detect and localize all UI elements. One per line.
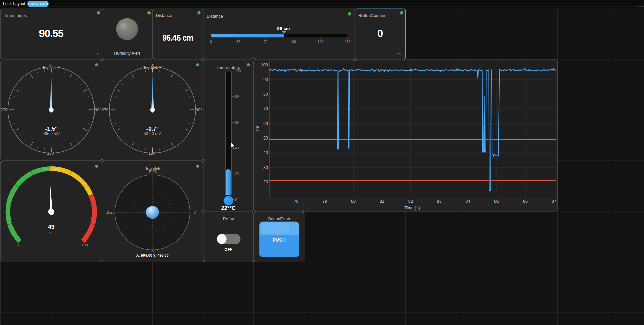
svg-text:80: 80 <box>235 94 239 98</box>
svg-text:Joystick: Joystick <box>145 167 160 171</box>
svg-text:Distance: Distance <box>207 14 223 19</box>
svg-text:72: 72 <box>264 40 268 44</box>
svg-text:100: 100 <box>81 243 88 247</box>
svg-text:100: 100 <box>261 62 268 67</box>
svg-text:Time (s): Time (s) <box>404 206 420 210</box>
svg-text:180: 180 <box>345 40 351 44</box>
svg-text:OFF: OFF <box>224 247 232 251</box>
svg-text:ButtonCounter: ButtonCounter <box>358 13 386 18</box>
svg-text:22°°C: 22°°C <box>221 205 236 211</box>
svg-text:0: 0 <box>194 210 196 214</box>
svg-text:Humidity: Humidity <box>43 167 59 171</box>
svg-text:270°: 270° <box>0 108 9 112</box>
svg-text:s: s <box>97 52 99 56</box>
svg-text:81: 81 <box>380 199 384 204</box>
svg-text:int: int <box>397 52 401 56</box>
svg-text:PUSH: PUSH <box>273 238 286 243</box>
svg-text:1023: 1023 <box>106 210 115 214</box>
svg-text:Distance: Distance <box>156 13 172 18</box>
svg-text:Joystick X: Joystick X <box>143 66 162 70</box>
svg-text:86: 86 <box>523 199 528 204</box>
svg-text:36: 36 <box>236 40 240 44</box>
svg-text:20: 20 <box>235 172 239 176</box>
svg-text:84: 84 <box>465 199 470 204</box>
svg-text:60: 60 <box>235 120 239 124</box>
svg-text:90°: 90° <box>196 108 202 112</box>
svg-text:82: 82 <box>408 199 413 204</box>
svg-text:50: 50 <box>263 136 268 141</box>
svg-text:49: 49 <box>48 224 55 230</box>
svg-text:144: 144 <box>317 40 323 44</box>
svg-text:70: 70 <box>263 106 268 111</box>
svg-text:0: 0 <box>235 197 237 201</box>
svg-text:30: 30 <box>263 165 268 170</box>
svg-text:40: 40 <box>235 146 239 150</box>
svg-text:Joystick Y: Joystick Y <box>42 66 61 70</box>
svg-text:20: 20 <box>263 180 268 184</box>
svg-text:°C: °C <box>49 231 53 235</box>
svg-text:495.0 mV: 495.0 mV <box>43 131 60 136</box>
svg-text:Lock Layout: Lock Layout <box>3 1 25 6</box>
svg-text:180°: 180° <box>148 151 157 156</box>
svg-text:ButtonPush: ButtonPush <box>268 217 290 221</box>
svg-text:90°: 90° <box>95 108 101 112</box>
svg-text:87: 87 <box>552 199 556 204</box>
svg-text:78: 78 <box>294 199 299 204</box>
svg-text:X: 504.00 Y: 495.00: X: 504.00 Y: 495.00 <box>136 253 169 257</box>
svg-text:Relay: Relay <box>223 217 234 221</box>
svg-text:40: 40 <box>263 150 268 155</box>
svg-text:Timestamps: Timestamps <box>4 13 27 18</box>
svg-text:90: 90 <box>263 77 268 82</box>
svg-text:85: 85 <box>494 199 499 204</box>
svg-text:80: 80 <box>351 199 356 204</box>
svg-text:0: 0 <box>210 40 212 44</box>
svg-text:96 cm: 96 cm <box>277 26 290 31</box>
svg-text:100: 100 <box>235 69 241 73</box>
svg-text:60: 60 <box>263 121 268 126</box>
svg-text:180°: 180° <box>47 151 55 156</box>
svg-text:cm: cm <box>255 126 260 132</box>
svg-text:90.55: 90.55 <box>39 28 63 40</box>
svg-text:504.0 mV: 504.0 mV <box>144 131 161 136</box>
svg-text:Humidity Alert: Humidity Alert <box>114 51 140 56</box>
svg-text:80: 80 <box>263 92 268 97</box>
svg-text:108: 108 <box>290 40 296 44</box>
svg-text:79: 79 <box>322 199 327 204</box>
svg-text:83: 83 <box>437 199 442 204</box>
svg-text:Show Grid: Show Grid <box>28 2 48 6</box>
svg-text:96.46 cm: 96.46 cm <box>162 33 193 42</box>
svg-text:0: 0 <box>377 28 383 40</box>
svg-text:270°: 270° <box>102 108 110 112</box>
svg-text:0: 0 <box>17 243 19 247</box>
